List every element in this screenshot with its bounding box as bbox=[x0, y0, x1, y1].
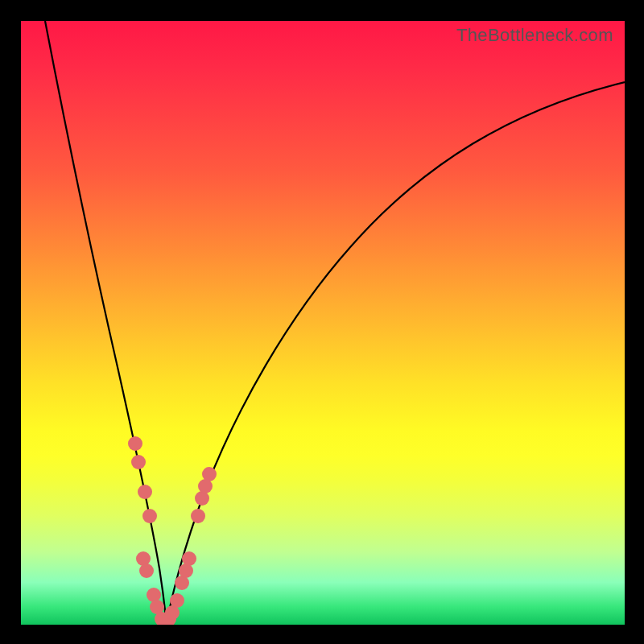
data-dots bbox=[128, 436, 217, 625]
svg-point-1 bbox=[131, 455, 146, 469]
curve-right-branch bbox=[167, 82, 625, 625]
svg-point-2 bbox=[138, 485, 152, 499]
plot-area: TheBottleneck.com bbox=[21, 21, 625, 625]
svg-point-11 bbox=[170, 593, 184, 608]
curve-layer bbox=[21, 21, 625, 625]
svg-point-14 bbox=[182, 551, 196, 566]
svg-point-3 bbox=[142, 509, 157, 523]
chart-frame: TheBottleneck.com bbox=[0, 0, 644, 644]
svg-point-5 bbox=[139, 564, 154, 578]
curve-left-branch bbox=[45, 21, 167, 625]
svg-point-15 bbox=[191, 509, 205, 523]
svg-point-18 bbox=[202, 467, 217, 481]
svg-point-0 bbox=[128, 436, 142, 451]
